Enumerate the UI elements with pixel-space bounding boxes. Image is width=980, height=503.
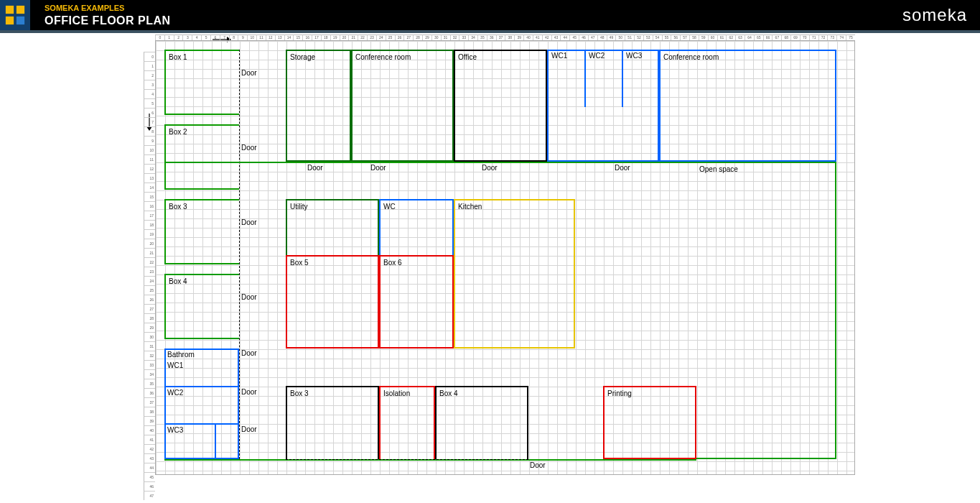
page-title: OFFICE FLOOR PLAN bbox=[45, 14, 171, 27]
room-label: Utility bbox=[289, 202, 309, 211]
svg-rect-3 bbox=[17, 17, 24, 24]
wc-divider bbox=[584, 51, 586, 107]
room-kitchen[interactable]: Kitchen bbox=[454, 199, 575, 349]
room-label: Box 3 bbox=[167, 202, 189, 211]
room-wc[interactable]: WC bbox=[379, 199, 454, 255]
room-label: Bathrom bbox=[166, 350, 196, 359]
room-label: Open space bbox=[698, 165, 739, 174]
room-box4[interactable]: Box 4 bbox=[164, 274, 239, 339]
breadcrumb: SOMEKA EXAMPLES bbox=[45, 3, 171, 13]
room-box3b[interactable]: Box 3 bbox=[286, 386, 379, 459]
room-label: Box 3 bbox=[289, 389, 310, 398]
room-storage[interactable]: Storage bbox=[286, 50, 351, 162]
room-label: Box 5 bbox=[289, 258, 310, 267]
ruler-horizontal: 0123456789101112131415161718192021222324… bbox=[155, 34, 855, 40]
door-label: Door bbox=[241, 293, 257, 301]
room-label: WC1 bbox=[550, 51, 569, 60]
door-label: Door bbox=[241, 69, 257, 77]
room-label: Printing bbox=[606, 389, 633, 398]
room-label: Storage bbox=[289, 52, 317, 62]
interior-wall-dashed bbox=[239, 50, 240, 459]
room-label: Isolation bbox=[382, 389, 411, 398]
room-conference1[interactable]: Conference room bbox=[351, 50, 454, 162]
door-label: Door bbox=[530, 461, 546, 469]
room-label: Conference room bbox=[354, 52, 412, 62]
room-office[interactable]: Office bbox=[454, 50, 547, 162]
door-label: Door bbox=[241, 349, 257, 357]
room-box5[interactable]: Box 5 bbox=[286, 255, 379, 349]
wc-divider bbox=[166, 423, 238, 425]
room-label: Kitchen bbox=[457, 202, 483, 211]
room-isolation[interactable]: Isolation bbox=[379, 386, 435, 459]
room-conference2[interactable]: Conference room bbox=[659, 50, 836, 162]
room-label: WC2 bbox=[587, 51, 606, 60]
room-label: WC3 bbox=[625, 51, 643, 60]
room-box3[interactable]: Box 3 bbox=[164, 199, 239, 264]
room-label: WC3 bbox=[166, 425, 185, 435]
room-label: WC1 bbox=[166, 361, 185, 370]
brand-logo: someka bbox=[902, 5, 967, 25]
room-label: WC2 bbox=[166, 388, 185, 397]
door-label: Door bbox=[615, 164, 630, 172]
door-label: Door bbox=[241, 218, 257, 226]
bottom-dashed bbox=[286, 459, 528, 460]
door-label: Door bbox=[241, 388, 257, 396]
room-label: Box 4 bbox=[167, 277, 189, 286]
room-box6[interactable]: Box 6 bbox=[379, 255, 454, 349]
app-logo bbox=[0, 0, 30, 30]
door-label: Door bbox=[482, 164, 498, 172]
floor-plan-icon bbox=[4, 4, 26, 26]
door-label: Door bbox=[307, 164, 323, 172]
room-label: Office bbox=[457, 52, 478, 62]
room-label: Conference room bbox=[662, 52, 720, 62]
door-label: Door bbox=[241, 425, 257, 433]
room-label: Box 1 bbox=[167, 52, 189, 62]
room-open-space[interactable]: Open space bbox=[696, 162, 836, 459]
room-label: WC bbox=[382, 202, 397, 211]
wc-divider bbox=[215, 423, 216, 458]
door-label: Door bbox=[370, 164, 386, 172]
room-box2[interactable]: Box 2 bbox=[164, 124, 239, 190]
door-label: Door bbox=[241, 144, 257, 152]
room-box4b[interactable]: Box 4 bbox=[435, 386, 528, 459]
room-printing[interactable]: Printing bbox=[603, 386, 696, 459]
room-label: Box 4 bbox=[438, 389, 459, 398]
open-space-top-wall bbox=[164, 162, 696, 163]
svg-rect-1 bbox=[17, 6, 24, 14]
room-utility[interactable]: Utility bbox=[286, 199, 379, 255]
room-box1[interactable]: Box 1 bbox=[164, 50, 239, 115]
ruler-vertical: 0123456789101112131415161718192021222324… bbox=[144, 52, 155, 476]
room-wc-block[interactable] bbox=[547, 50, 659, 162]
wc-divider bbox=[622, 51, 623, 107]
subheader-bar bbox=[0, 30, 980, 33]
wc-divider bbox=[166, 386, 238, 387]
floor-plan-canvas[interactable]: 0123456789101112131415161718192021222324… bbox=[144, 34, 854, 476]
svg-rect-0 bbox=[6, 6, 14, 14]
svg-rect-2 bbox=[6, 17, 14, 24]
rooms-layer: Box 1 Box 2 Box 3 Box 4 Door Door Door D… bbox=[155, 40, 855, 475]
header: SOMEKA EXAMPLES OFFICE FLOOR PLAN someka bbox=[0, 0, 980, 30]
room-label: Box 2 bbox=[167, 127, 189, 137]
room-label: Box 6 bbox=[382, 258, 403, 267]
